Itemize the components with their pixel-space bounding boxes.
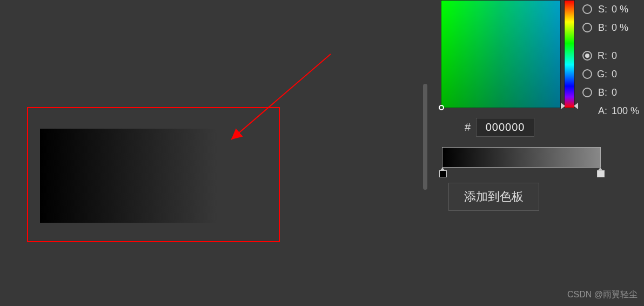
value-s[interactable]: 0 % xyxy=(612,4,628,15)
gradient-bar-wrap xyxy=(442,147,601,168)
radio-a-spacer xyxy=(582,106,592,116)
radio-b2[interactable] xyxy=(582,88,592,97)
label-b: B: xyxy=(596,22,607,34)
annotation-rectangle xyxy=(27,107,280,242)
value-b[interactable]: 0 % xyxy=(612,22,628,34)
label-r: R: xyxy=(596,50,607,62)
color-field[interactable] xyxy=(441,0,561,108)
gradient-bar[interactable] xyxy=(442,147,601,168)
channel-value-rows: S: 0 % B: 0 % R: 0 G: 0 B: 0 A: 100 % xyxy=(582,0,644,120)
watermark: CSDN @雨翼轻尘 xyxy=(567,289,638,301)
radio-s[interactable] xyxy=(582,4,592,14)
label-a: A: xyxy=(596,105,607,117)
label-g: G: xyxy=(596,69,607,80)
color-field-cursor[interactable] xyxy=(439,105,444,110)
radio-r[interactable] xyxy=(582,51,592,61)
label-b2: B: xyxy=(596,87,607,98)
hex-prefix: # xyxy=(465,121,471,134)
channel-row-b2: B: 0 xyxy=(582,83,644,102)
hue-slider[interactable] xyxy=(564,0,575,108)
radio-g[interactable] xyxy=(582,69,592,79)
panel-scrollbar-thumb[interactable] xyxy=(423,84,427,190)
channel-row-a: A: 100 % xyxy=(582,102,644,120)
channel-row-r: R: 0 xyxy=(582,46,644,65)
gradient-stop-left[interactable] xyxy=(439,168,446,176)
channel-row-s: S: 0 % xyxy=(582,0,644,18)
channel-row-g: G: 0 xyxy=(582,65,644,83)
channel-row-b: B: 0 % xyxy=(582,18,644,37)
value-r[interactable]: 0 xyxy=(612,50,617,62)
add-to-swatch-button[interactable]: 添加到色板 xyxy=(448,183,539,211)
value-g[interactable]: 0 xyxy=(612,69,617,80)
hex-row: # xyxy=(465,118,534,137)
canvas-area[interactable] xyxy=(0,0,421,306)
value-a[interactable]: 100 % xyxy=(612,105,639,117)
radio-b[interactable] xyxy=(582,23,592,32)
hex-input[interactable] xyxy=(476,118,534,137)
value-b2[interactable]: 0 xyxy=(612,87,617,98)
label-s: S: xyxy=(596,4,607,15)
panel-scrollbar-track[interactable] xyxy=(422,0,428,306)
color-picker-panel: S: 0 % B: 0 % R: 0 G: 0 B: 0 A: 100 % xyxy=(430,0,644,306)
gradient-stop-right[interactable] xyxy=(596,168,604,176)
